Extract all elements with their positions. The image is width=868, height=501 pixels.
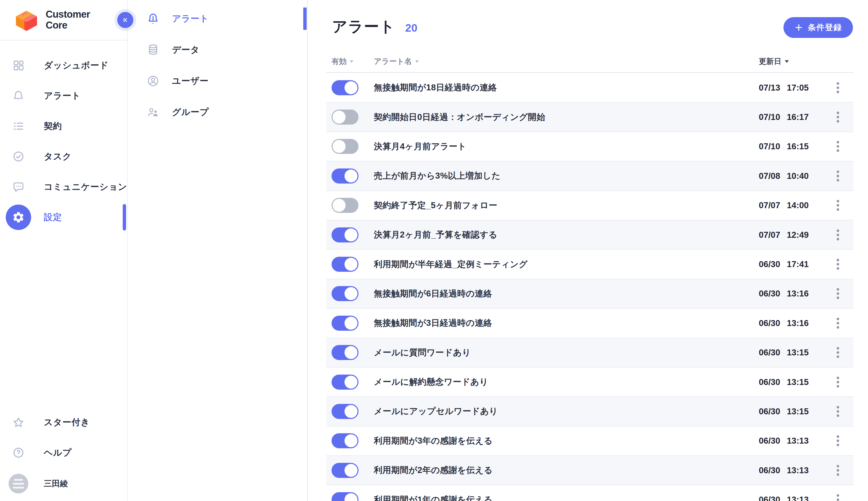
row-menu-button[interactable] — [834, 286, 842, 301]
alert-enabled-toggle[interactable] — [331, 198, 359, 213]
alert-enabled-toggle[interactable] — [331, 463, 359, 478]
alert-enabled-toggle[interactable] — [331, 139, 359, 154]
alert-enabled-toggle[interactable] — [331, 375, 359, 390]
sidebar-item-alerts[interactable]: アラート — [0, 81, 127, 111]
alert-table-body: 無接触期間が18日経過時の連絡 07/13 17:05 契約開始日0日経過：オン… — [326, 73, 854, 501]
updated-date: 07/07 — [759, 230, 787, 240]
sidebar-item-help[interactable]: ヘルプ — [0, 437, 127, 468]
customer-core-app: { "brand": { "line1": "Customer", "line2… — [0, 0, 868, 501]
row-menu-button[interactable] — [834, 169, 842, 183]
alert-enabled-toggle[interactable] — [331, 286, 359, 301]
updated-date: 06/30 — [759, 289, 787, 299]
row-menu-button[interactable] — [834, 463, 842, 478]
column-header-name[interactable]: アラート名 — [374, 56, 759, 67]
updated-date: 06/30 — [759, 377, 787, 387]
kebab-menu-icon — [836, 141, 839, 152]
row-menu-button[interactable] — [834, 110, 842, 124]
updated-date: 06/30 — [759, 495, 787, 501]
updated-time: 13:15 — [787, 348, 809, 358]
row-menu-button[interactable] — [834, 492, 842, 501]
alert-row[interactable]: 売上が前月から3%以上増加した 07/08 10:40 — [326, 161, 854, 191]
submenu-item-data[interactable]: データ — [128, 34, 307, 65]
row-menu-button[interactable] — [834, 316, 842, 330]
sidebar-item-starred[interactable]: スター付き — [0, 407, 127, 437]
alert-row[interactable]: 無接触期間が3日経過時の連絡 06/30 13:16 — [326, 309, 854, 338]
toggle-knob — [344, 287, 358, 300]
row-menu-button[interactable] — [834, 404, 842, 419]
submenu-item-groups[interactable]: グループ — [128, 97, 307, 128]
alert-name: 契約終了予定_5ヶ月前フォロー — [374, 200, 759, 211]
alert-row[interactable]: 利用期間が3年の感謝を伝える 06/30 13:13 — [326, 426, 854, 456]
submenu-item-users[interactable]: ユーザー — [128, 65, 307, 97]
alert-row[interactable]: 利用期間が1年の感謝を伝える 06/30 13:13 — [326, 485, 854, 501]
sidebar-item-communication[interactable]: コミュニケーション — [0, 172, 127, 202]
row-menu-button[interactable] — [834, 228, 842, 242]
sidebar-item-contracts[interactable]: 契約 — [0, 111, 127, 141]
alert-row[interactable]: 契約開始日0日経過：オンボーディング開始 07/10 16:17 — [326, 103, 854, 132]
plus-icon — [794, 23, 803, 32]
row-menu-button[interactable] — [834, 375, 842, 390]
kebab-menu-icon — [836, 318, 839, 329]
alert-row[interactable]: メールに質問ワードあり 06/30 13:15 — [326, 338, 854, 367]
alert-name: メールに解約懸念ワードあり — [374, 376, 759, 388]
enabled-cell — [331, 375, 374, 390]
alert-enabled-toggle[interactable] — [331, 492, 359, 501]
alert-row[interactable]: 決算月2ヶ月前_予算を確認する 07/07 12:49 — [326, 220, 854, 250]
alert-row[interactable]: 決算月4ヶ月前アラート 07/10 16:15 — [326, 132, 854, 161]
row-menu-button[interactable] — [834, 345, 842, 360]
kebab-menu-icon — [836, 465, 839, 476]
communication-chat-icon — [6, 174, 31, 200]
alert-name: メールに質問ワードあり — [374, 347, 759, 359]
alert-enabled-toggle[interactable] — [331, 169, 359, 183]
sidebar-item-settings[interactable]: 設定 — [0, 202, 127, 232]
alert-enabled-toggle[interactable] — [331, 404, 359, 419]
alert-row[interactable]: 無接触期間が18日経過時の連絡 07/13 17:05 — [326, 73, 854, 103]
user-menu[interactable]: 三田綾 — [0, 468, 127, 499]
alert-name: 利用期間が半年経過_定例ミーティング — [374, 258, 759, 270]
updated-time: 13:13 — [787, 466, 809, 475]
updated-cell: 06/30 13:13 — [759, 492, 854, 501]
row-menu-button[interactable] — [834, 257, 842, 271]
row-menu-button[interactable] — [834, 434, 842, 448]
database-icon — [147, 44, 159, 56]
alert-enabled-toggle[interactable] — [331, 316, 359, 331]
alert-row[interactable]: 無接触期間が6日経過時の連絡 06/30 13:16 — [326, 279, 854, 309]
enabled-cell — [331, 139, 374, 154]
alert-row[interactable]: 契約終了予定_5ヶ月前フォロー 07/07 14:00 — [326, 191, 854, 220]
alert-enabled-toggle[interactable] — [331, 257, 359, 272]
updated-date: 07/13 — [759, 83, 787, 93]
collapse-sidebar-button[interactable] — [117, 12, 133, 28]
updated-date: 06/30 — [759, 318, 787, 328]
alert-row[interactable]: 利用期間が2年の感謝を伝える 06/30 13:13 — [326, 456, 854, 485]
updated-time: 17:05 — [787, 83, 809, 93]
submenu-item-alerts[interactable]: アラート — [128, 3, 307, 34]
alerts-page: アラート 20 条件登録 有効 アラート名 更新日 無接触期間が18日経過時の連… — [308, 0, 868, 501]
updated-time: 17:41 — [787, 259, 809, 269]
sidebar-item-tasks[interactable]: タスク — [0, 141, 127, 172]
row-menu-button[interactable] — [834, 139, 842, 154]
alert-table-header: 有効 アラート名 更新日 — [326, 51, 854, 73]
toggle-knob — [344, 228, 358, 242]
enabled-cell — [331, 404, 374, 419]
updated-cell: 06/30 13:16 — [759, 316, 854, 330]
sidebar-item-dashboard[interactable]: ダッシュボード — [0, 50, 127, 81]
add-condition-label: 条件登録 — [808, 22, 842, 33]
alert-row[interactable]: メールに解約懸念ワードあり 06/30 13:15 — [326, 367, 854, 397]
row-menu-button[interactable] — [834, 198, 842, 213]
alert-enabled-toggle[interactable] — [331, 80, 359, 95]
alert-enabled-toggle[interactable] — [331, 109, 359, 125]
alert-row[interactable]: 利用期間が半年経過_定例ミーティング 06/30 17:41 — [326, 250, 854, 279]
row-menu-button[interactable] — [834, 81, 842, 95]
column-header-enabled[interactable]: 有効 — [331, 56, 374, 67]
enabled-cell — [331, 169, 374, 183]
user-icon — [147, 75, 159, 87]
alert-enabled-toggle[interactable] — [331, 345, 359, 360]
enabled-cell — [331, 286, 374, 301]
alert-row[interactable]: メールにアップセルワードあり 06/30 13:15 — [326, 397, 854, 426]
alert-enabled-toggle[interactable] — [331, 227, 359, 243]
column-header-updated[interactable]: 更新日 — [759, 56, 854, 67]
enabled-cell — [331, 80, 374, 95]
brand-line2: Core — [46, 20, 90, 31]
alert-enabled-toggle[interactable] — [331, 433, 359, 448]
add-condition-button[interactable]: 条件登録 — [783, 17, 853, 38]
